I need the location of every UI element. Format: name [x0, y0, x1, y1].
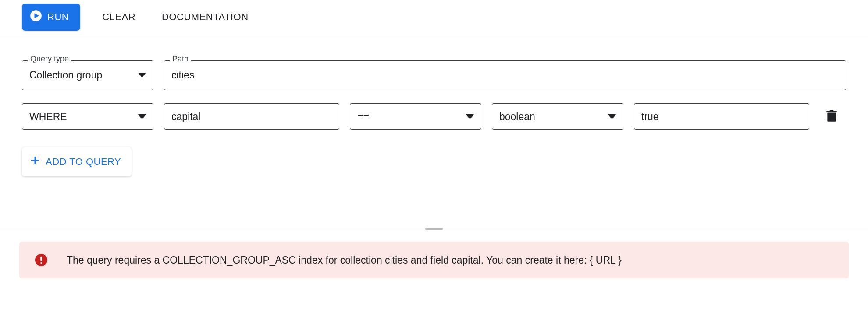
error-icon: [35, 254, 47, 266]
query-builder: Query type Collection group Path cities …: [0, 36, 868, 194]
field-input[interactable]: capital: [164, 103, 339, 130]
clear-button[interactable]: CLEAR: [98, 5, 140, 29]
delete-condition-button[interactable]: [823, 107, 840, 127]
clause-value: WHERE: [29, 111, 67, 123]
value-value: true: [641, 111, 659, 123]
trash-icon: [826, 118, 837, 124]
path-value: cities: [171, 69, 194, 81]
documentation-button[interactable]: DOCUMENTATION: [157, 5, 253, 29]
operator-select[interactable]: ==: [350, 103, 481, 130]
value-input[interactable]: true: [634, 103, 809, 130]
error-message: The query requires a COLLECTION_GROUP_AS…: [67, 254, 622, 266]
query-type-label: Query type: [28, 54, 71, 64]
chevron-down-icon: [608, 114, 616, 119]
add-to-query-button[interactable]: ADD TO QUERY: [22, 147, 132, 176]
add-to-query-label: ADD TO QUERY: [46, 156, 121, 168]
run-button[interactable]: RUN: [22, 4, 80, 31]
error-banner: The query requires a COLLECTION_GROUP_AS…: [19, 242, 849, 278]
path-label: Path: [170, 54, 191, 64]
operator-value: ==: [357, 111, 369, 123]
where-clause-row: WHERE capital == boolean true: [22, 103, 846, 130]
svg-rect-1: [827, 112, 836, 121]
run-button-label: RUN: [47, 11, 69, 23]
chevron-down-icon: [466, 114, 474, 119]
plus-icon: [30, 155, 40, 168]
panel-divider[interactable]: [0, 229, 868, 229]
svg-rect-8: [40, 262, 42, 264]
query-type-value: Collection group: [29, 69, 102, 81]
drag-handle-icon: [425, 228, 443, 230]
clause-select[interactable]: WHERE: [22, 103, 153, 130]
value-type-select[interactable]: boolean: [492, 103, 623, 130]
path-input[interactable]: Path cities: [164, 60, 846, 90]
toolbar: RUN CLEAR DOCUMENTATION: [0, 0, 868, 36]
query-type-select[interactable]: Query type Collection group: [22, 60, 153, 90]
svg-rect-7: [40, 257, 42, 261]
value-type-value: boolean: [499, 111, 535, 123]
svg-rect-3: [830, 110, 834, 111]
play-circle-icon: [30, 10, 42, 25]
chevron-down-icon: [138, 73, 146, 78]
field-value: capital: [171, 111, 200, 123]
query-header-row: Query type Collection group Path cities: [22, 60, 846, 90]
chevron-down-icon: [138, 114, 146, 119]
